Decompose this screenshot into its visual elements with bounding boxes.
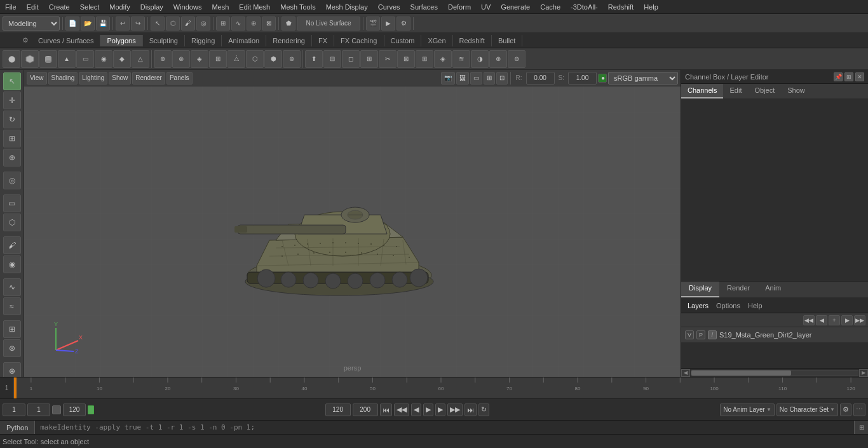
menu-generate[interactable]: Generate	[496, 2, 535, 12]
cylinder-icon[interactable]	[39, 50, 57, 68]
select-tool-lt[interactable]: ↖	[3, 72, 21, 90]
range-end-input[interactable]	[63, 404, 86, 416]
shelf-gear-icon[interactable]: ⚙	[19, 34, 32, 47]
menu-windows[interactable]: Windows	[168, 2, 207, 12]
show-tab[interactable]: Show	[781, 84, 811, 98]
shelf-tab-fx[interactable]: FX	[312, 35, 334, 46]
object-tab[interactable]: Object	[748, 84, 781, 98]
prev-key-button[interactable]: ⏮	[380, 404, 392, 416]
shelf-tab-sculpting[interactable]: Sculpting	[143, 35, 185, 46]
vp-color-space-dropdown[interactable]: sRGB gamma	[608, 72, 678, 85]
move-tool[interactable]: ✛	[3, 92, 21, 109]
fill-hole-icon[interactable]: ◻	[342, 50, 360, 68]
layer-scroll-left[interactable]: ◀	[681, 369, 690, 377]
redo-button[interactable]: ↪	[131, 17, 145, 31]
menu-mesh[interactable]: Mesh	[207, 2, 234, 12]
wedge-icon[interactable]: ◑	[471, 50, 489, 68]
back-button[interactable]: ◀	[411, 404, 421, 416]
lasso-select-button[interactable]: ⬡	[166, 17, 180, 31]
vp-view-menu[interactable]: View	[27, 72, 47, 85]
menu-display[interactable]: Display	[135, 2, 168, 12]
plane-icon[interactable]: ▭	[76, 50, 94, 68]
menu-curves[interactable]: Curves	[373, 2, 405, 12]
vp-image-plane[interactable]: 🖼	[456, 72, 469, 85]
anim-extra-button[interactable]: ⋯	[853, 404, 865, 416]
new-file-button[interactable]: 📄	[65, 17, 79, 31]
layer-color-swatch[interactable]: /	[708, 330, 717, 339]
layer-prev2-btn[interactable]: ◀	[816, 315, 827, 325]
snap-view-button[interactable]: ⊠	[262, 17, 276, 31]
shelf-tab-xgen[interactable]: XGen	[421, 35, 452, 46]
snap-curve-button[interactable]: ∿	[231, 17, 245, 31]
vp-hud[interactable]: ⊡	[496, 72, 508, 85]
paint-select-button[interactable]: 🖌	[181, 17, 195, 31]
vp-shading-menu[interactable]: Shading	[48, 72, 78, 85]
anim-tab[interactable]: Anim	[757, 282, 789, 297]
layer-visibility-btn[interactable]: V	[685, 330, 694, 339]
layer-scrollbar-thumb[interactable]	[691, 370, 791, 376]
layer-prev-btn[interactable]: ◀◀	[803, 315, 815, 325]
play-button[interactable]: ▶	[423, 404, 433, 416]
collapse-icon[interactable]: ⊖	[508, 50, 526, 68]
render-settings-button[interactable]: ⚙	[397, 17, 410, 31]
marquee-select-lt[interactable]: ▭	[3, 194, 21, 212]
boolean-icon[interactable]: ⊞	[209, 50, 227, 68]
undo-button[interactable]: ↩	[116, 17, 130, 31]
vp-gate[interactable]: ▭	[470, 72, 482, 85]
paint-tool[interactable]: 🖌	[3, 236, 21, 254]
curve-tool[interactable]: ∿	[3, 278, 21, 296]
soft-select-tool[interactable]: ◎	[3, 172, 21, 189]
render-button[interactable]: 🎬	[366, 17, 380, 31]
append-poly-icon[interactable]: ⊞	[360, 50, 378, 68]
layer-playback-btn[interactable]: P	[696, 330, 705, 339]
vp-panels-menu[interactable]: Panels	[166, 72, 193, 85]
shelf-tab-rigging[interactable]: Rigging	[185, 35, 222, 46]
char-set-dropdown[interactable]: No Character Set ▼	[776, 404, 838, 416]
shelf-tab-custom[interactable]: Custom	[384, 35, 422, 46]
bevel-icon[interactable]: ◈	[434, 50, 452, 68]
menu-redshift[interactable]: Redshift	[603, 2, 639, 12]
rotate-tool[interactable]: ↻	[3, 111, 21, 128]
menu-3dtoall[interactable]: -3DtoAll-	[566, 2, 603, 12]
save-file-button[interactable]: 💾	[96, 17, 110, 31]
current-frame-input2[interactable]	[27, 404, 50, 416]
remesh-icon[interactable]: ⬢	[264, 50, 282, 68]
loop-button[interactable]: ↻	[478, 404, 489, 416]
torus-icon[interactable]: ◉	[95, 50, 112, 68]
current-frame-input[interactable]	[3, 404, 25, 416]
universal-manip-tool[interactable]: ⊕	[3, 149, 21, 166]
python-tab[interactable]: Python	[0, 421, 35, 434]
extrude-icon[interactable]: ⬆	[305, 50, 323, 68]
timeline-track[interactable]: 1 10 20 30 40 50 60 70 80 90 100 110 120	[14, 377, 868, 398]
shelf-tab-curves-surfaces[interactable]: Curves / Surfaces	[32, 35, 100, 46]
ipr-render-button[interactable]: ▶	[381, 17, 395, 31]
layers-sub-tab[interactable]: Layers	[685, 301, 711, 311]
vp-cam-attrs[interactable]: 📷	[441, 72, 455, 85]
layer-scroll-right[interactable]: ▶	[859, 369, 868, 377]
make-live-button[interactable]: ⬟	[281, 17, 295, 31]
bridge-icon[interactable]: ⊟	[323, 50, 341, 68]
layer-add-btn[interactable]: +	[829, 315, 840, 325]
menu-edit-mesh[interactable]: Edit Mesh	[234, 2, 275, 12]
render-tab[interactable]: Render	[719, 282, 757, 297]
menu-surfaces[interactable]: Surfaces	[405, 2, 443, 12]
anim-range-end[interactable]	[325, 404, 351, 416]
crease-icon[interactable]: ≋	[452, 50, 470, 68]
vp-rotate-input[interactable]	[526, 72, 555, 85]
layer-scrollbar[interactable]: ◀ ▶	[681, 368, 868, 377]
next-key-button[interactable]: ⏭	[465, 404, 477, 416]
vp-color-space-indicator[interactable]: ●	[598, 74, 607, 83]
menu-deform[interactable]: Deform	[443, 2, 476, 12]
cut-icon[interactable]: ✂	[379, 50, 397, 68]
sculpt-tool[interactable]: ◉	[3, 255, 21, 273]
menu-help[interactable]: Help	[639, 2, 663, 12]
open-file-button[interactable]: 📂	[81, 17, 95, 31]
shelf-tab-fx-caching[interactable]: FX Caching	[334, 35, 384, 46]
prev-frame-button[interactable]: ◀◀	[394, 404, 409, 416]
vp-renderer-menu[interactable]: Renderer	[132, 72, 165, 85]
options-sub-tab[interactable]: Options	[714, 301, 743, 311]
menu-file[interactable]: File	[0, 2, 22, 12]
separate-icon[interactable]: ⊗	[172, 50, 190, 68]
menu-modify[interactable]: Modify	[104, 2, 135, 12]
mirror-icon[interactable]: ⧊	[227, 50, 245, 68]
